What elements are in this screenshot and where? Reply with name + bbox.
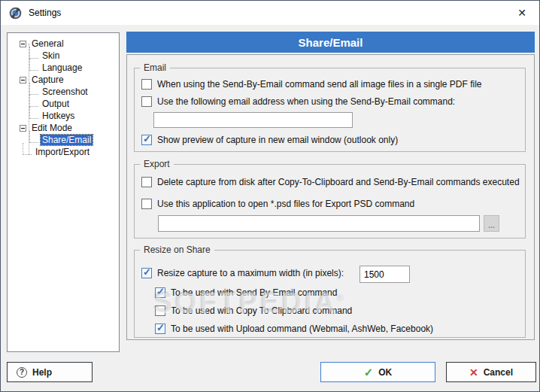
help-icon: ? (17, 367, 27, 378)
tree-item-capture[interactable]: Capture (8, 74, 119, 86)
show-preview-checkbox[interactable] (141, 135, 152, 145)
tree-item-output[interactable]: Output (8, 98, 119, 110)
show-preview-label: Show preview of capture in new email win… (157, 135, 398, 145)
browse-button[interactable]: ... (484, 215, 499, 232)
cancel-button[interactable]: ✕ Cancel (446, 362, 536, 382)
email-address-checkbox[interactable] (141, 96, 152, 107)
help-button[interactable]: ? Help (7, 362, 93, 382)
tree-connector (29, 59, 38, 71)
group-email: Email When using the Send-By-Email comma… (134, 68, 526, 152)
window-title: Settings (29, 8, 61, 18)
checkbox-row-email-address[interactable]: Use the following email address when usi… (141, 96, 455, 107)
group-export-title: Export (140, 159, 174, 169)
send-by-email-label: To be used with Send By Email command (171, 287, 337, 298)
titlebar: Settings ✕ (1, 1, 539, 25)
delete-capture-checkbox[interactable] (141, 177, 152, 187)
psd-app-path-input[interactable] (158, 215, 480, 232)
tree-item-language[interactable]: Language (8, 62, 119, 74)
email-address-label: Use the following email address when usi… (157, 96, 455, 107)
tree-connector (29, 131, 38, 143)
tree-connector (29, 83, 38, 95)
single-pdf-label: When using the Send-By-Email command sen… (157, 79, 482, 90)
collapse-icon[interactable] (20, 41, 26, 47)
single-pdf-checkbox[interactable] (141, 79, 152, 90)
resize-capture-label: Resize capture to a maximum width (in pi… (157, 268, 344, 278)
collapse-icon[interactable] (20, 77, 26, 84)
psd-app-label: Use this application to open *.psd files… (157, 199, 414, 209)
upload-command-checkbox[interactable] (155, 324, 165, 334)
checkbox-row-delete-capture[interactable]: Delete capture from disk after Copy-To-C… (141, 176, 520, 187)
collapse-icon[interactable] (20, 125, 26, 132)
checkbox-row-upload-command[interactable]: To be used with Upload command (Webmail,… (155, 323, 433, 334)
group-resize-title: Resize on Share (140, 245, 214, 255)
check-icon: ✓ (364, 366, 374, 379)
max-width-input[interactable] (359, 266, 410, 283)
group-email-title: Email (140, 62, 170, 73)
ok-button[interactable]: ✓ OK (320, 362, 435, 382)
tree-item-edit-mode[interactable]: Edit Mode (8, 122, 119, 134)
tree-connector (29, 107, 38, 119)
cancel-button-label: Cancel (484, 367, 513, 378)
tree-item-general[interactable]: General (8, 38, 119, 50)
checkbox-row-resize-capture[interactable]: Resize capture to a maximum width (in pi… (141, 267, 344, 278)
cross-icon: ✕ (469, 366, 478, 378)
tree-connector (23, 143, 32, 155)
close-button[interactable]: ✕ (505, 1, 539, 25)
app-icon (9, 7, 22, 20)
resize-capture-checkbox[interactable] (141, 268, 152, 278)
group-resize-on-share: Resize on Share Resize capture to a maxi… (134, 250, 526, 338)
copy-to-clipboard-label: To be used with Copy To Clipboard comman… (171, 305, 352, 316)
group-export: Export Delete capture from disk after Co… (134, 164, 526, 239)
copy-to-clipboard-checkbox[interactable] (155, 305, 165, 316)
settings-window: Settings ✕ General Skin Language Capture… (0, 0, 540, 392)
page-title: Share/Email (126, 32, 535, 53)
tree-item-import-export[interactable]: Import/Export (8, 146, 119, 158)
content-panel: Email When using the Send-By-Email comma… (126, 54, 535, 340)
upload-command-label: To be used with Upload command (Webmail,… (171, 324, 433, 334)
ok-button-label: OK (378, 367, 392, 378)
tree-item-hotkeys[interactable]: Hotkeys (8, 110, 119, 122)
email-address-input[interactable] (153, 112, 353, 128)
checkbox-row-send-by-email[interactable]: To be used with Send By Email command (155, 287, 337, 298)
delete-capture-label: Delete capture from disk after Copy-To-C… (157, 177, 520, 187)
help-button-label: Help (32, 367, 52, 378)
checkbox-row-psd-app[interactable]: Use this application to open *.psd files… (141, 198, 414, 209)
checkbox-row-show-preview[interactable]: Show preview of capture in new email win… (141, 134, 398, 145)
tree-connector (29, 47, 38, 59)
checkbox-row-single-pdf[interactable]: When using the Send-By-Email command sen… (141, 78, 482, 90)
checkbox-row-copy-to-clipboard[interactable]: To be used with Copy To Clipboard comman… (155, 305, 352, 316)
tree-item-skin[interactable]: Skin (8, 50, 119, 62)
psd-app-checkbox[interactable] (141, 199, 152, 209)
send-by-email-checkbox[interactable] (155, 287, 165, 298)
tree-item-screenshot[interactable]: Screenshot (8, 86, 119, 98)
tree-connector (29, 95, 38, 107)
settings-tree: General Skin Language Capture Screenshot… (7, 32, 120, 352)
